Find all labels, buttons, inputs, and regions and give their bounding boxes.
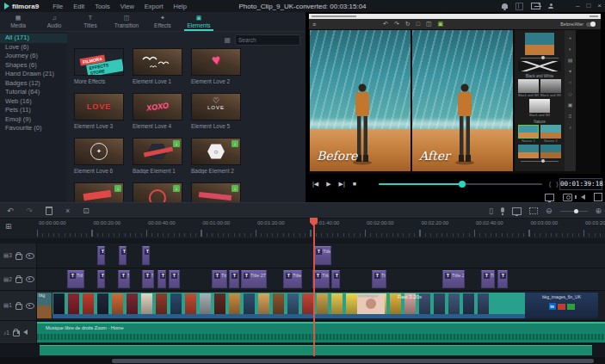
category-journey-6[interactable]: Journey (6) <box>0 52 67 61</box>
menu-edit[interactable]: Edit <box>68 3 90 10</box>
element-item-element-love-3[interactable]: LOVEElement Love 3 <box>74 93 124 129</box>
title-clip[interactable]: TTi <box>497 270 508 288</box>
menu-icon[interactable]: ≡ <box>312 22 316 28</box>
device-icon[interactable]: ▯ <box>489 203 493 219</box>
title-clip[interactable]: T <box>119 246 127 265</box>
category-hand-drawn-21[interactable]: Hand Drawn (21) <box>0 70 67 79</box>
title-clip[interactable]: TTitl <box>67 270 84 288</box>
eye-icon[interactable] <box>26 303 34 309</box>
amount-slider[interactable] <box>521 161 559 162</box>
panel-tool-icon[interactable]: ▤ <box>568 58 573 63</box>
element-item-element-love-2[interactable]: ♥Element Love 2 <box>191 48 241 84</box>
download-icon[interactable]: ↓ <box>232 140 238 147</box>
lock-icon[interactable] <box>15 254 22 260</box>
preset-thumbnail[interactable] <box>529 99 550 113</box>
tab-effects[interactable]: ✦Effects <box>145 12 181 31</box>
panel-tool-icon[interactable]: ♪ <box>569 125 571 130</box>
tab-audio[interactable]: ♫Audio <box>36 12 72 31</box>
compare-split-icon[interactable]: ◫ <box>426 19 432 29</box>
element-item-element-love-1[interactable]: Element Love 1 <box>133 48 182 84</box>
title-clip[interactable]: TTitle 2 <box>283 270 302 288</box>
add-track-icon[interactable]: ⊞ <box>5 222 12 231</box>
panel-tool-icon[interactable]: + <box>569 35 572 40</box>
menu-file[interactable]: File <box>47 3 68 10</box>
effect-fan-thumbnail[interactable] <box>518 61 561 71</box>
download-icon[interactable]: ↓ <box>173 140 180 147</box>
close-button[interactable]: × <box>597 0 602 12</box>
preset-item[interactable]: Nature 1 <box>518 125 539 143</box>
maximize-button[interactable]: □ <box>586 0 590 12</box>
panel-tool-icon[interactable]: ≡ <box>569 114 572 119</box>
title-clip[interactable]: T <box>331 270 340 288</box>
category-favourite-0[interactable]: Favourite (0) <box>0 124 67 133</box>
marker-icon[interactable] <box>529 207 538 214</box>
category-badges-12[interactable]: Badges (12) <box>0 79 67 89</box>
panel-tool-icon[interactable]: ◇ <box>568 91 572 96</box>
category-all-171[interactable]: All (171) <box>0 34 67 43</box>
element-item[interactable]: ↓ <box>74 182 124 202</box>
mark-in-out[interactable]: ( ) <box>549 177 560 190</box>
mirror-display-icon[interactable] <box>545 194 554 201</box>
speaker-icon[interactable] <box>23 330 28 335</box>
redo-icon[interactable]: ↷ <box>394 19 399 29</box>
preset-item[interactable] <box>518 145 539 158</box>
compare-single-icon[interactable]: □ <box>417 19 420 29</box>
volume-icon[interactable] <box>581 194 585 200</box>
bell-icon[interactable] <box>502 3 508 9</box>
reset-icon[interactable]: ↻ <box>405 19 411 29</box>
element-item-badge-element-2[interactable]: ○↓Badge Element 2 <box>191 138 241 174</box>
bkg-images-clip[interactable]: bkg_images_6n_UK in <box>525 293 598 318</box>
timeline-ruler[interactable]: ⊞ 00:00:00:0000:00:20:0000:00:40:0000:01… <box>0 218 605 238</box>
menu-help[interactable]: Help <box>168 3 191 10</box>
panel-tool-icon[interactable]: ○ <box>569 80 572 85</box>
split-icon[interactable]: × <box>65 203 70 219</box>
title-clip[interactable]: TT <box>142 270 154 288</box>
title-clip[interactable]: TTitle <box>372 270 386 288</box>
preset-thumbnail[interactable] <box>540 125 561 139</box>
original-thumbnail[interactable] <box>525 33 554 55</box>
element-item-element-love-6[interactable]: ✦Element Love 6 <box>74 138 124 174</box>
zoom-out-icon[interactable]: ⊖ <box>546 203 553 219</box>
category-tutorial-64[interactable]: Tutorial (64) <box>0 88 67 97</box>
record-screen-icon[interactable] <box>512 207 522 215</box>
compare-toggle[interactable] <box>586 22 596 27</box>
bkg-clip[interactable]: bkg <box>37 293 52 318</box>
element-item-more-effects[interactable]: FILMORAEFFECTS STOREMore Effects <box>74 48 124 84</box>
menu-view[interactable]: View <box>115 3 139 10</box>
next-frame-button[interactable]: ▶| <box>339 177 345 190</box>
lock-icon[interactable] <box>15 304 22 310</box>
lock-icon[interactable] <box>15 277 22 283</box>
playhead-line[interactable] <box>313 218 315 356</box>
zoom-in-icon[interactable]: ⊕ <box>596 203 602 219</box>
download-icon[interactable]: ↓ <box>173 185 180 192</box>
undo-icon[interactable]: ↶ <box>7 203 14 219</box>
scrollbar-thumb[interactable] <box>112 359 594 363</box>
seek-handle[interactable] <box>459 181 466 188</box>
account-icon[interactable] <box>548 3 553 9</box>
title-clip[interactable]: TTitle <box>312 270 330 288</box>
menu-export[interactable]: Export <box>139 3 169 10</box>
category-web-16[interactable]: Web (16) <box>0 97 67 107</box>
stop-button[interactable]: ■ <box>353 177 356 190</box>
preset-item[interactable]: Black and White 3 <box>529 99 550 117</box>
compare-side-icon[interactable]: ▣ <box>438 19 444 29</box>
preset-thumbnail[interactable] <box>518 125 539 139</box>
previous-frame-button[interactable]: |◀ <box>312 177 318 190</box>
tab-media[interactable]: ▦Media <box>0 12 36 31</box>
title-clip[interactable]: T <box>157 270 166 288</box>
snapshot-icon[interactable] <box>563 194 572 201</box>
search-input[interactable] <box>236 37 317 43</box>
title-clip[interactable]: TTitle 27 <box>442 270 465 288</box>
category-shapes-6[interactable]: Shapes (6) <box>0 61 67 71</box>
category-emoji-9[interactable]: Emoji (9) <box>0 115 67 125</box>
preset-thumbnail[interactable] <box>518 145 539 158</box>
grid-view-icon[interactable]: ▦ <box>224 36 231 44</box>
preset-item[interactable]: Nature 2 <box>540 125 561 143</box>
title-clip[interactable]: TTitle <box>313 246 331 265</box>
download-icon[interactable]: ↓ <box>232 185 238 192</box>
audio-clip[interactable]: Musique libre de droits Zoom - Home <box>37 322 605 342</box>
download-icon[interactable]: ↓ <box>114 185 121 192</box>
title-clip[interactable]: TT <box>118 270 130 288</box>
category-love-6[interactable]: Love (6) <box>0 43 67 52</box>
title-clip[interactable]: T <box>142 246 150 265</box>
